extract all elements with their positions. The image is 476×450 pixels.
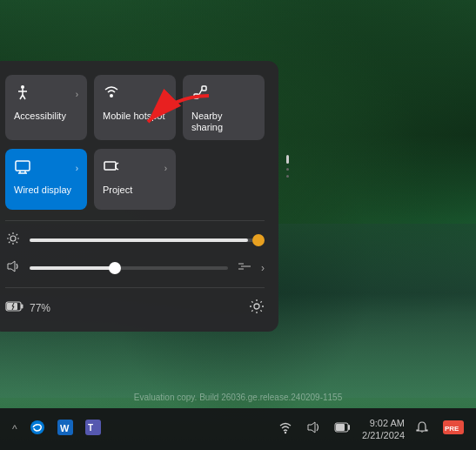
brightness-row (5, 232, 265, 248)
volume-thumb (109, 262, 121, 274)
svg-rect-14 (104, 162, 116, 170)
taskbar: ^ W T (0, 408, 476, 450)
accessibility-label: Accessibility (14, 111, 66, 122)
svg-text:T: T (88, 423, 93, 433)
taskbar-preview-badge[interactable]: PRE (439, 417, 467, 441)
svg-point-18 (10, 236, 16, 241)
svg-text:PRE: PRE (445, 425, 459, 433)
taskbar-time-display: 9:02 AM (370, 417, 405, 429)
wired-display-icon (14, 158, 31, 179)
battery-percentage: 77% (30, 302, 50, 314)
tile-nearby-sharing[interactable]: Nearby sharing (183, 75, 265, 140)
scroll-dot-2 (286, 168, 289, 171)
volume-extra-icon[interactable] (237, 259, 252, 277)
tile-mobile-hotspot[interactable]: Mobile hotspot (94, 75, 176, 140)
svg-point-35 (30, 420, 44, 434)
svg-point-6 (110, 94, 113, 97)
volume-row: › (5, 259, 265, 277)
tile-accessibility[interactable]: › Accessibility (5, 75, 87, 140)
project-icon (103, 158, 120, 179)
accessibility-icon (14, 84, 31, 105)
svg-rect-8 (202, 86, 206, 91)
svg-point-34 (254, 304, 259, 309)
svg-point-1 (21, 85, 24, 89)
hotspot-label: Mobile hotspot (103, 111, 165, 122)
tile-project[interactable]: › Project (94, 149, 176, 210)
panel-divider-1 (5, 220, 265, 221)
taskbar-app-edge[interactable] (26, 416, 49, 442)
tile-row-2: › Wired display › Project (5, 149, 265, 210)
quick-settings-panel: › Accessibility Mobile hotspot (0, 61, 278, 332)
volume-fill (30, 266, 113, 270)
svg-rect-10 (16, 161, 30, 171)
taskbar-volume-icon[interactable] (303, 417, 324, 441)
tile-project-header: › (103, 158, 167, 179)
project-label: Project (103, 185, 132, 196)
scroll-indicator (286, 61, 289, 271)
brightness-thumb (252, 234, 265, 246)
svg-marker-27 (8, 261, 15, 272)
brightness-fill (30, 238, 248, 242)
tile-wired-display[interactable]: › Wired display (5, 149, 87, 210)
brightness-icon (5, 232, 21, 248)
taskbar-chevron[interactable]: ^ (9, 420, 21, 439)
tile-sharing-header (191, 84, 256, 105)
svg-line-4 (20, 95, 23, 99)
svg-point-40 (285, 432, 286, 433)
wired-display-label: Wired display (14, 185, 71, 196)
taskbar-app-teams[interactable]: T (82, 416, 104, 442)
sharing-label: Nearby sharing (191, 111, 256, 133)
taskbar-left: ^ W T (9, 416, 104, 442)
taskbar-date-display: 2/21/2024 (362, 429, 405, 441)
project-chevron: › (164, 164, 167, 173)
brightness-track[interactable] (30, 238, 265, 242)
taskbar-datetime: 9:02 AM 2/21/2024 (362, 417, 405, 442)
svg-line-24 (17, 242, 17, 243)
svg-line-25 (17, 234, 17, 235)
watermark-text: Evaluation copy. Build 26036.ge.release.… (0, 393, 476, 402)
svg-rect-44 (348, 425, 350, 430)
accessibility-chevron: › (76, 90, 78, 99)
taskbar-notification-bell[interactable] (412, 417, 432, 441)
volume-chevron[interactable]: › (261, 262, 265, 274)
panel-divider-2 (5, 287, 265, 288)
battery-icon (5, 300, 24, 316)
taskbar-right: 9:02 AM 2/21/2024 PRE (275, 417, 467, 442)
hotspot-icon (103, 84, 120, 105)
battery-info: 77% (5, 300, 50, 316)
volume-icon (5, 259, 21, 276)
tile-wired-header: › (14, 158, 78, 179)
scroll-dot-3 (286, 175, 289, 178)
wired-chevron: › (76, 164, 78, 173)
panel-bottom-bar: 77% (5, 299, 265, 318)
svg-text:W: W (60, 423, 70, 433)
svg-line-26 (9, 242, 10, 243)
taskbar-wifi-icon[interactable] (275, 417, 296, 441)
tile-hotspot-header (103, 84, 167, 105)
svg-rect-33 (21, 305, 23, 309)
svg-line-5 (23, 95, 25, 99)
scroll-dot-1 (286, 155, 289, 164)
svg-marker-41 (308, 422, 315, 433)
taskbar-app-word[interactable]: W (54, 416, 77, 442)
svg-line-23 (9, 234, 10, 235)
volume-track[interactable] (30, 266, 228, 270)
svg-rect-7 (194, 94, 198, 98)
tile-row-1: › Accessibility Mobile hotspot (5, 75, 265, 140)
svg-line-9 (198, 90, 202, 96)
taskbar-battery-icon[interactable] (331, 418, 355, 440)
settings-button[interactable] (249, 299, 265, 318)
tile-accessibility-header: › (14, 84, 78, 105)
svg-rect-43 (336, 424, 345, 431)
sharing-icon (191, 84, 209, 105)
